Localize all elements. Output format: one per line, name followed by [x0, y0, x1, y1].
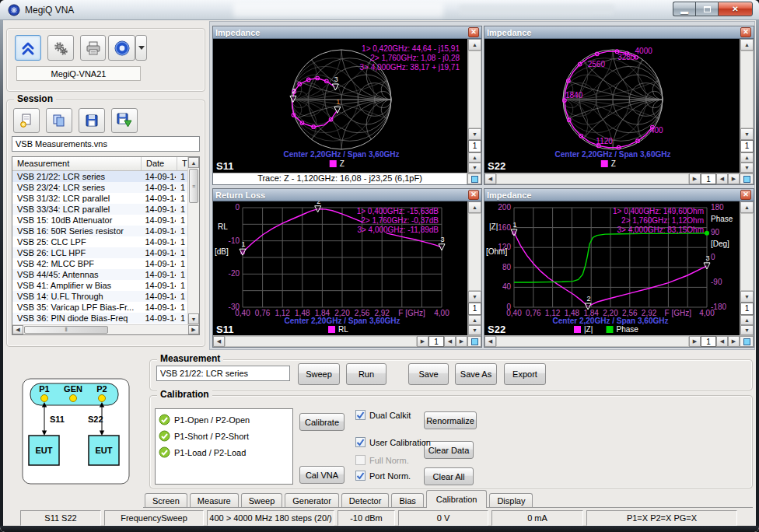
tab-sweep[interactable]: Sweep [241, 493, 283, 508]
scroll-down-icon[interactable]: ▼ [468, 128, 481, 140]
table-row[interactable]: VSB 23/24: LCR series14-09-141 [12, 182, 187, 193]
scrollbar-track[interactable] [468, 213, 481, 291]
panel-title-bar[interactable]: Impedance ✕ [213, 26, 481, 39]
table-row[interactable]: VSB 16: 50R Series resistor14-09-141 [12, 226, 187, 236]
clear-data-button[interactable]: Clear Data [424, 441, 474, 459]
calibration-item[interactable]: P1-Short / P2-Short [159, 428, 289, 444]
table-row[interactable]: VSB 33/34: LCR parallel14-09-141 [12, 204, 187, 215]
measurement-name-input[interactable] [156, 366, 290, 381]
scrollbar-thumb[interactable]: ≡ [189, 169, 198, 203]
checkbox-box[interactable] [355, 410, 366, 420]
page-number-box[interactable]: 1 [428, 336, 444, 347]
session-filename-input[interactable] [12, 136, 200, 152]
table-row[interactable]: VSB 31/32: LCR parallel14-09-141 [12, 193, 187, 204]
page-up-icon[interactable]: ▲ [740, 315, 754, 325]
table-row[interactable]: VSB 14: U.FL Through14-09-141 [12, 291, 187, 302]
table-row[interactable]: VSB 26: LCL HPF14-09-141 [12, 247, 187, 258]
page-prev-icon[interactable]: ◀ [716, 336, 728, 347]
checkbox-box[interactable] [355, 437, 366, 447]
panel-corner-button[interactable] [740, 173, 754, 184]
calibrate-button[interactable]: Calibrate [299, 413, 345, 431]
scrollbar-track[interactable] [740, 213, 754, 291]
tab-screen[interactable]: Screen [145, 493, 187, 508]
instrument-button[interactable] [108, 35, 135, 61]
page-next-icon[interactable]: ▶ [456, 336, 467, 347]
scroll-down-icon[interactable]: ▼ [188, 313, 199, 324]
new-session-button[interactable] [13, 108, 40, 133]
scroll-left-icon[interactable]: ◀ [12, 325, 23, 334]
page-up-icon[interactable]: ▲ [468, 315, 481, 325]
scroll-down-icon[interactable]: ▼ [468, 291, 481, 303]
table-row[interactable]: VSB 35: Varicap LPF Bias-Fr...14-09-141 [12, 302, 187, 313]
page-number-box[interactable]: 1 [468, 140, 481, 152]
panel-title-bar[interactable]: Impedance ✕ [484, 26, 754, 39]
table-header[interactable]: Measurement Date T [12, 157, 199, 171]
checkbox-box[interactable] [355, 455, 366, 465]
page-prev-icon[interactable]: ◀ [444, 336, 456, 347]
panel-corner-button[interactable] [467, 173, 481, 184]
tab-generator[interactable]: Generator [285, 493, 339, 508]
smith-chart-s22[interactable]: 40003280256018401120400Center 2,20GHz / … [484, 39, 740, 173]
scroll-right-icon[interactable]: ▶ [417, 336, 428, 347]
checkbox-dual-calkit[interactable]: Dual Calkit [355, 410, 411, 420]
page-number-box[interactable]: 1 [740, 140, 754, 152]
checkbox-port-norm-[interactable]: Port Norm. [355, 471, 411, 481]
scroll-left-icon[interactable]: ◀ [213, 336, 225, 347]
table-row[interactable]: VSB 21/22: LCR series14-09-141 [12, 171, 187, 182]
page-number-box[interactable]: 1 [701, 336, 716, 347]
tab-bias[interactable]: Bias [391, 493, 423, 508]
save-session-as-button[interactable] [111, 108, 138, 133]
panel-title-bar[interactable]: Return Loss ✕ [213, 189, 481, 201]
table-vertical-scrollbar[interactable]: ▲ ≡ ▼ [187, 157, 199, 324]
scrollbar-track[interactable] [496, 336, 689, 347]
column-date[interactable]: Date [142, 157, 177, 170]
tab-display[interactable]: Display [489, 493, 533, 508]
scroll-right-icon[interactable]: ▶ [689, 336, 701, 347]
scrollbar-thumb[interactable]: ⦀ [24, 326, 108, 334]
scrollbar-track[interactable] [740, 51, 754, 128]
close-icon[interactable]: ✕ [468, 190, 479, 200]
title-bar[interactable]: MegiQ VNA ▬ ✕ [0, 0, 759, 20]
scroll-down-icon[interactable]: ▼ [740, 291, 754, 303]
cal-vna-button[interactable]: Cal VNA [299, 466, 345, 484]
minimize-button[interactable]: ▬ [673, 2, 695, 16]
page-down-icon[interactable]: ▼ [740, 325, 754, 335]
panel-corner-button[interactable] [467, 336, 481, 347]
run-button[interactable]: Run [346, 363, 386, 385]
table-row[interactable]: VSB 15: 10dB Attenuator14-09-141 [12, 215, 187, 226]
close-icon[interactable]: ✕ [740, 190, 751, 200]
table-row[interactable]: VSB 36: PIN diode Bias-Freq14-09-141 [12, 313, 187, 324]
scroll-left-icon[interactable]: ◀ [484, 173, 496, 184]
panel-corner-button[interactable] [740, 336, 754, 347]
tab-measure[interactable]: Measure [190, 493, 239, 508]
page-down-icon[interactable]: ▼ [740, 163, 754, 173]
scrollbar-track[interactable] [496, 173, 689, 184]
scroll-right-icon[interactable]: ▶ [188, 325, 199, 334]
table-row[interactable]: VSB 41: Amplifier w Bias14-09-141 [12, 280, 187, 291]
table-row[interactable]: VSB 42: MLCC BPF14-09-141 [12, 258, 187, 269]
tab-calibration[interactable]: Calibration [426, 490, 488, 508]
save-as-button[interactable]: Save As [455, 363, 497, 385]
scroll-up-icon[interactable]: ▲ [468, 201, 481, 213]
impedance-phase-chart[interactable]: 20016012080400|Z|[Ohm]180900-90-180Phase… [484, 201, 740, 335]
panel-title-bar[interactable]: Impedance ✕ [484, 189, 754, 201]
calibration-item[interactable]: P1-Load / P2-Load [159, 444, 289, 460]
scroll-up-icon[interactable]: ▲ [740, 39, 754, 51]
page-prev-icon[interactable]: ◀ [716, 173, 728, 184]
settings-button[interactable] [47, 35, 74, 61]
page-next-icon[interactable]: ▶ [728, 336, 740, 347]
scroll-up-icon[interactable]: ▲ [468, 39, 481, 51]
scroll-down-icon[interactable]: ▼ [740, 128, 754, 140]
clear-all-button[interactable]: Clear All [424, 467, 474, 485]
scrollbar-track[interactable] [225, 336, 417, 347]
page-next-icon[interactable]: ▶ [728, 173, 740, 184]
scroll-right-icon[interactable]: ▶ [689, 173, 701, 184]
page-up-icon[interactable]: ▲ [740, 152, 754, 163]
sweep-button[interactable]: Sweep [298, 363, 340, 385]
page-up-icon[interactable]: ▲ [468, 152, 481, 163]
renormalize-button[interactable]: Renormalize [424, 411, 477, 429]
maximize-button[interactable] [695, 2, 718, 16]
save-session-button[interactable] [79, 108, 105, 133]
instrument-menu-button[interactable] [135, 35, 147, 61]
calibration-item[interactable]: P1-Open / P2-Open [159, 411, 289, 428]
